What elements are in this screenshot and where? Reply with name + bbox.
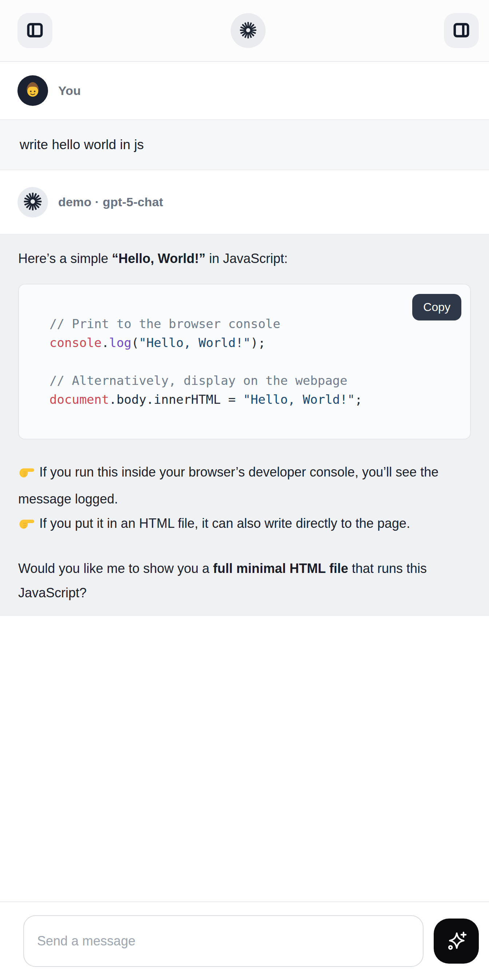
composer-bar xyxy=(0,901,489,980)
code-content: // Print to the browser consoleconsole.l… xyxy=(49,314,456,409)
assistant-paragraph-2: If you put it in an HTML file, it can al… xyxy=(18,511,471,538)
top-bar xyxy=(0,0,489,62)
assistant-message-header: demo · gpt-5-chat xyxy=(0,170,489,234)
user-message: write hello world in js xyxy=(0,119,489,170)
pointing-right-emoji-icon xyxy=(18,462,35,487)
starburst-logo-icon xyxy=(239,21,258,41)
sidebar-toggle-button[interactable] xyxy=(18,13,53,48)
chat-app: You write hello world in js demo · gpt-5… xyxy=(0,0,489,980)
message-input[interactable] xyxy=(23,915,424,967)
assistant-paragraph-3: Would you like me to show you a full min… xyxy=(18,556,471,605)
empty-scroll-area xyxy=(0,616,489,901)
assistant-message: Here’s a simple “Hello, World!” in JavaS… xyxy=(0,234,489,616)
assistant-avatar xyxy=(18,187,48,218)
user-message-text: write hello world in js xyxy=(20,137,144,152)
person-emoji-avatar xyxy=(22,79,43,102)
assistant-author-name: demo · gpt-5-chat xyxy=(58,195,163,209)
panel-right-icon xyxy=(452,21,471,41)
copy-code-button[interactable]: Copy xyxy=(412,294,461,320)
starburst-avatar xyxy=(22,191,43,213)
code-block: Copy // Print to the browser consolecons… xyxy=(18,284,471,439)
user-avatar xyxy=(18,75,48,106)
sparkle-icon xyxy=(444,929,468,954)
panel-toggle-button[interactable] xyxy=(444,13,479,48)
assistant-intro-text: Here’s a simple “Hello, World!” in JavaS… xyxy=(18,246,471,270)
panel-left-icon xyxy=(25,21,45,41)
assistant-paragraph-1: If you run this inside your browser’s de… xyxy=(18,460,471,511)
send-button[interactable] xyxy=(434,918,479,964)
user-message-header: You xyxy=(0,62,489,119)
pointing-right-emoji-icon xyxy=(18,514,35,538)
user-author-name: You xyxy=(58,84,81,98)
brand-button[interactable] xyxy=(231,13,266,48)
